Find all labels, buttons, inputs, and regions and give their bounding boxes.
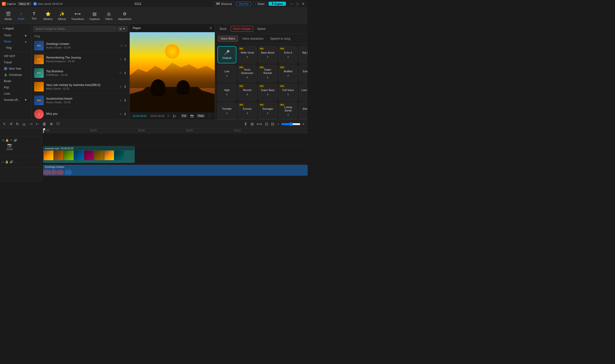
undo-button[interactable]: ↺ (8, 121, 13, 127)
minimize-button[interactable]: ─ (289, 1, 294, 6)
tool-media[interactable]: 🎬 Media (2, 10, 14, 22)
compare-btn[interactable]: ⊟ (270, 121, 275, 127)
cursor-tool[interactable]: ↖ (2, 121, 7, 127)
zoom-in-btn[interactable]: + (302, 121, 306, 127)
trim-out-button[interactable]: ⊢ (35, 121, 40, 127)
sidebar-item-sounds-eff[interactable]: Sounds eff... ▼ (1, 97, 30, 103)
voice-item-echoey[interactable]: Pro Echoey ⬇ (238, 102, 257, 119)
voice-item-super-bass[interactable]: Pro Super Bass ⬇ (258, 84, 277, 101)
redo-button[interactable]: ↻ (15, 121, 20, 127)
tl-volume[interactable]: 🔊 (14, 139, 17, 142)
voice-item-wide-vocal[interactable]: Pro Wide Vocal ⬇ (238, 46, 257, 63)
sidebar-item-new-year[interactable]: 🎆 New Year (1, 66, 30, 72)
voice-item-original[interactable]: 🎤 Original (217, 46, 236, 63)
favorite-btn-5[interactable]: ☆ (119, 98, 122, 102)
split-button[interactable]: ⚌ (21, 121, 27, 127)
ratio-button[interactable]: Ratio (197, 114, 205, 118)
voice-item-teenager[interactable]: Pro Teenager ⬇ (258, 102, 277, 119)
tab-speed[interactable]: Speed (255, 26, 267, 31)
mic-button[interactable]: 🎙 (243, 121, 249, 127)
quality-button[interactable]: Full (181, 114, 187, 118)
voice-item-energetic[interactable]: Energetic ⬇ (299, 65, 308, 82)
trim-in-button[interactable]: ⊣ (28, 121, 33, 127)
voice-item-super-reverb[interactable]: Pro Super Reverb ⬇ (258, 65, 277, 82)
voice-item-electronic[interactable]: Electronic ⬇ (299, 102, 308, 119)
fullscreen-button[interactable]: ⛶ (207, 114, 212, 118)
search-input[interactable] (33, 26, 116, 32)
tool-captions[interactable]: ▤ Captions (87, 10, 102, 22)
audio-item-1[interactable]: Pro Greetings Unseen Ausku Studio · 01:0… (31, 39, 130, 52)
play-button[interactable]: ▷ (172, 114, 177, 118)
favorite-btn-4[interactable]: ☆ (119, 85, 122, 89)
delete-button[interactable]: 🗑 (41, 121, 47, 127)
menu-button[interactable]: Menu ▼ (17, 2, 31, 6)
tab-basic[interactable]: Basic (218, 26, 229, 31)
close-button[interactable]: ✕ (301, 1, 306, 6)
voice-item-echo-ii[interactable]: Pro Echo II ⬇ (279, 46, 298, 63)
voice-item-muffled[interactable]: Pro Muffled ⬇ (279, 65, 298, 82)
export-button[interactable]: ⬆ Export (268, 2, 286, 6)
shield-button[interactable]: 🛡 (55, 121, 61, 127)
sidebar-item-vlog[interactable]: Vlog (1, 45, 30, 51)
sidebar-item-beats[interactable]: Beats (1, 78, 30, 84)
tool-transitions[interactable]: ⟷ Transitions (69, 10, 86, 22)
tl-audio-play[interactable]: ▷ (2, 160, 4, 164)
voice-item-big-house[interactable]: Big House ⬇ (299, 46, 308, 63)
tool-adjustment[interactable]: ⚙ Adjustment (116, 10, 134, 22)
download-btn-3[interactable]: ⬇ (124, 71, 127, 75)
download-btn-4[interactable]: ⬇ (124, 85, 127, 89)
zoom-out-btn[interactable]: − (276, 121, 280, 127)
cover-button[interactable]: 📷 Cover (2, 143, 17, 151)
share-button[interactable]: ↑ Share (253, 2, 267, 6)
crop-btn[interactable]: ⊡ (264, 121, 269, 127)
maximize-button[interactable]: □ (295, 1, 300, 6)
favorite-btn-1[interactable]: ☆ (120, 44, 123, 48)
tl-audio-lock[interactable]: 🔒 (5, 160, 9, 164)
freeze-button[interactable]: ❄ (49, 121, 54, 127)
download-btn-2[interactable]: ⬇ (124, 57, 127, 61)
voice-item-full-voice[interactable]: Pro Full Voice ⬇ (279, 84, 298, 101)
tl-audio-more[interactable]: … (14, 160, 17, 164)
join-pro-button[interactable]: Join Pro (236, 2, 251, 6)
add-btn-1[interactable]: + (125, 44, 127, 48)
tool-filters[interactable]: ◎ Filters (103, 10, 115, 22)
tool-text[interactable]: T Text (28, 10, 40, 21)
download-btn-6[interactable]: ⬇ (124, 112, 127, 116)
video-clip[interactable]: example.mp4 00:00:05:00 (43, 146, 134, 163)
audio-item-6[interactable]: ♪ Miss you ☆ ⬇ (31, 107, 130, 119)
sub-tab-speech-to-song[interactable]: Speech to song (268, 36, 293, 41)
audio-item-5[interactable]: Pro Sundrenched Advert Ausku Studio · 01… (31, 94, 130, 107)
favorite-btn-6[interactable]: ☆ (119, 112, 122, 116)
favorite-btn-2[interactable]: ☆ (119, 57, 122, 61)
voice-item-bass-boost[interactable]: Pro Bass Boost ⬇ (258, 46, 277, 63)
sidebar-item-love[interactable]: Love (1, 91, 30, 97)
tl-eye[interactable]: 👁 (10, 139, 13, 142)
voice-item-low[interactable]: Low ⬇ (217, 65, 236, 82)
tl-lock[interactable]: 🔒 (5, 139, 9, 142)
zoom-slider[interactable] (281, 122, 301, 126)
voice-item-high[interactable]: High ⬇ (217, 84, 236, 101)
voice-item-sonic-destructor[interactable]: Pro Sonic Destructor ⬇ (238, 65, 257, 82)
voice-item-losing-sanity[interactable]: Pro Losing Sanity ⬇ (279, 102, 298, 119)
split-track-button[interactable]: ⊞ (250, 121, 255, 127)
tl-add-track[interactable]: ⊞ (2, 139, 4, 142)
sidebar-item-travel[interactable]: Travel (1, 60, 30, 65)
sub-tab-voice-filters[interactable]: Voice filters (218, 36, 238, 41)
tool-effects[interactable]: ✨ Effects (55, 10, 68, 22)
player-menu-button[interactable]: ≡ (210, 26, 212, 30)
filter-button[interactable]: ⊞ ▼ (117, 26, 128, 32)
sidebar-item-pop[interactable]: Pop (1, 85, 30, 90)
audio-clip[interactable]: Greetings Unseen (43, 165, 308, 176)
tool-audio[interactable]: ♪ Audio (15, 10, 27, 22)
sub-tab-voice-characters[interactable]: Voice characters (240, 36, 266, 41)
import-button[interactable]: + Import (3, 27, 14, 30)
voice-item-low-battery[interactable]: Low Battery ⬇ (299, 84, 308, 101)
favorite-btn-3[interactable]: ☆ (119, 71, 122, 75)
screenshot-button[interactable]: 📷 (189, 114, 195, 118)
sidebar-item-yours[interactable]: Yours ▲ (1, 32, 30, 38)
sidebar-item-christmas[interactable]: 🎄 Christmas (1, 72, 30, 78)
audio-item-2[interactable]: Pro Remembering The Journey Danail Draga… (31, 52, 130, 66)
sidebar-item-music[interactable]: Music ▲ (1, 39, 30, 44)
voice-item-tremble[interactable]: Tremble ⬇ (217, 102, 236, 119)
shortcuts-button[interactable]: ⌨ Shortcuts (213, 1, 234, 6)
